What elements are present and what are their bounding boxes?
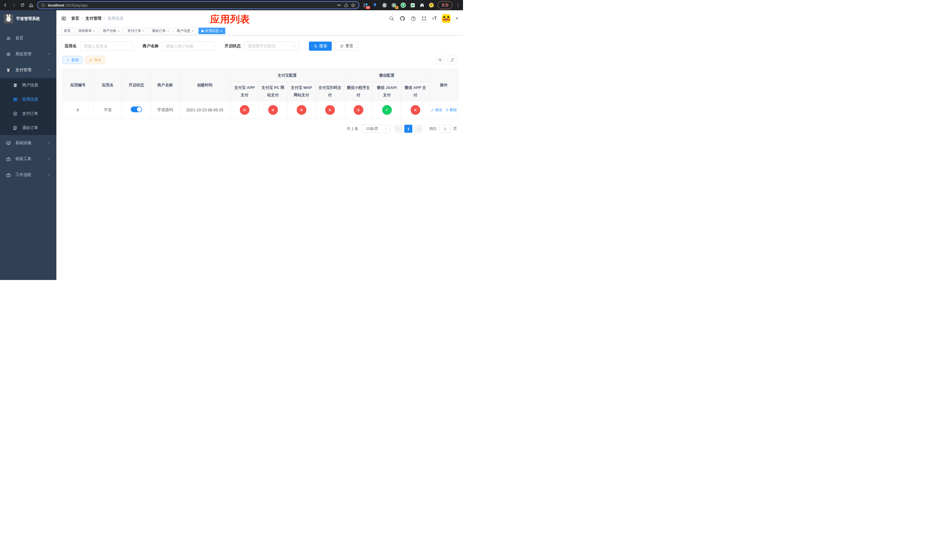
extension-diamond-icon[interactable]: 10 xyxy=(363,2,368,8)
page-content: 应用名 商户名称 开启状态 请选择开启状态 搜索 xyxy=(56,35,463,280)
col-header-created: 创建时间 xyxy=(179,69,230,101)
close-icon[interactable]: × xyxy=(192,29,194,33)
show-search-toggle-button[interactable] xyxy=(436,55,445,65)
document-icon xyxy=(12,125,18,130)
github-icon[interactable] xyxy=(399,16,405,21)
col-header-alipay-wap: 支付宝 WAP 网站支付 xyxy=(287,82,316,101)
prev-page-button[interactable]: ‹ xyxy=(394,125,402,133)
avatar-caret-icon[interactable] xyxy=(455,18,458,20)
goto-page-input[interactable] xyxy=(439,125,451,133)
current-page-button[interactable]: 1 xyxy=(404,125,412,133)
toolbox-icon xyxy=(6,156,11,162)
extension-yudao-icon[interactable] xyxy=(400,2,406,8)
col-header-actions: 操作 xyxy=(430,69,458,101)
reload-icon[interactable] xyxy=(20,3,25,8)
tag-merchant-info[interactable]: 商户信息× xyxy=(174,28,197,34)
user-avatar[interactable] xyxy=(442,14,451,23)
col-header-wechat-mini: 微信小程序支付 xyxy=(344,82,373,101)
page-size-select[interactable]: 10条/页 xyxy=(362,125,390,133)
delete-link[interactable]: 删除 xyxy=(445,107,457,112)
close-icon[interactable]: × xyxy=(142,29,145,33)
export-button-label: 导出 xyxy=(94,58,101,63)
tag-home[interactable]: 首页 xyxy=(61,28,73,34)
extension-camera-icon[interactable]: 1 xyxy=(391,2,396,8)
sidebar-logo[interactable]: 芋道管理系统 xyxy=(0,10,56,27)
help-icon[interactable] xyxy=(410,16,416,21)
chevron-down-icon xyxy=(47,52,51,56)
url-host: localhost xyxy=(48,3,64,8)
search-icon xyxy=(313,44,318,48)
sidebar-item-merchant-info[interactable]: 商户信息 xyxy=(0,78,56,92)
sidebar-item-system[interactable]: 系统管理 xyxy=(0,46,56,62)
url-text[interactable]: localhost:1024/pay/app xyxy=(48,3,88,8)
close-icon[interactable]: × xyxy=(93,29,95,33)
status-select[interactable]: 请选择开启状态 xyxy=(244,42,299,51)
tag-refund-order[interactable]: 退款订单× xyxy=(149,28,172,34)
tag-pay-order[interactable]: 支付订单× xyxy=(124,28,147,34)
app-name-input[interactable] xyxy=(80,42,133,51)
sidebar-collapse-icon[interactable] xyxy=(61,16,67,21)
pagination: 共 1 条 10条/页 ‹ 1 › 前往 页 xyxy=(62,125,457,133)
sidebar-item-pay[interactable]: ¥ 支付管理 xyxy=(0,62,56,78)
sidebar-item-workflow[interactable]: 工作流程 xyxy=(0,167,56,183)
close-icon[interactable]: × xyxy=(220,29,222,33)
address-bar[interactable]: localhost:1024/pay/app xyxy=(37,1,359,9)
breadcrumb-current: 应用信息 xyxy=(107,16,124,21)
page-annotation-title: 应用列表 xyxy=(210,13,250,26)
merchant-name-input[interactable] xyxy=(162,42,215,51)
app-shell: 芋道管理系统 首页 系统管理 xyxy=(0,10,463,280)
breadcrumb-home[interactable]: 首页 xyxy=(71,16,79,21)
back-icon[interactable] xyxy=(3,3,8,8)
sidebar-item-dev-tools[interactable]: 研发工具 xyxy=(0,151,56,167)
breadcrumb-pay[interactable]: 支付管理 xyxy=(85,16,101,21)
font-size-icon[interactable]: TT xyxy=(432,16,437,21)
bookmark-star-icon[interactable] xyxy=(351,3,356,8)
extension-command-icon[interactable] xyxy=(381,2,387,8)
search-button[interactable]: 搜索 xyxy=(309,42,332,51)
fullscreen-icon[interactable] xyxy=(421,16,427,21)
browser-update-button[interactable]: 更新 xyxy=(438,1,452,9)
extension-chat-icon[interactable] xyxy=(410,2,415,8)
extension-badge: 10 xyxy=(366,6,370,9)
extensions-puzzle-icon[interactable] xyxy=(419,2,425,8)
search-icon[interactable] xyxy=(389,16,394,21)
sidebar-item-infra[interactable]: 基础设施 xyxy=(0,135,56,151)
sidebar-item-app-info[interactable]: 应用信息 xyxy=(0,92,56,106)
profile-emoji-icon[interactable] xyxy=(428,2,434,8)
close-icon[interactable]: × xyxy=(118,29,120,33)
tag-label: 流程表单 xyxy=(78,29,92,33)
sidebar-item-refund-order[interactable]: 退款订单 xyxy=(0,121,56,135)
next-page-button[interactable]: › xyxy=(415,125,422,133)
yen-icon: ¥ xyxy=(6,68,11,73)
sidebar-menu: 首页 系统管理 ¥ 支付管理 xyxy=(0,30,56,280)
col-header-alipay-pc: 支付宝 PC 网站支付 xyxy=(259,82,287,101)
reset-button[interactable]: 重置 xyxy=(335,42,358,51)
home-icon[interactable] xyxy=(29,3,33,8)
browser-menu-icon[interactable]: ⋮ xyxy=(456,3,460,8)
password-key-icon[interactable] xyxy=(337,3,341,8)
share-icon[interactable] xyxy=(344,3,348,8)
col-header-app-id: 应用编号 xyxy=(63,69,94,101)
sidebar-item-pay-order[interactable]: 支付订单 xyxy=(0,106,56,121)
close-icon[interactable]: × xyxy=(167,29,169,33)
export-button[interactable]: 导出 xyxy=(85,56,105,64)
add-button[interactable]: ＋ 新增 xyxy=(62,56,82,64)
sidebar-item-home[interactable]: 首页 xyxy=(0,30,56,46)
refresh-table-button[interactable] xyxy=(448,55,457,65)
extension-balloon-icon[interactable] xyxy=(372,2,378,8)
wechat-app-status-icon xyxy=(411,105,420,115)
edit-link[interactable]: 修改 xyxy=(431,107,442,112)
tag-process-form[interactable]: 流程表单× xyxy=(75,28,98,34)
forward-icon[interactable] xyxy=(11,3,17,8)
total-count: 共 1 条 xyxy=(347,126,358,131)
goto-label: 前往 xyxy=(430,126,437,131)
col-header-status: 开启状态 xyxy=(122,69,151,101)
main-area: 首页 / 支付管理 / 应用信息 应用列表 xyxy=(56,10,463,280)
cell-app-id: 6 xyxy=(63,101,94,119)
tag-app-info-active[interactable]: 应用信息× xyxy=(198,28,225,34)
table-header: 应用编号 应用名 开启状态 商户名称 创建时间 支付宝配置 微信配置 操作 支付… xyxy=(63,69,458,101)
edit-link-label: 修改 xyxy=(435,107,442,112)
page-info-icon[interactable] xyxy=(41,3,45,8)
tag-user-group[interactable]: 用户分组× xyxy=(100,28,123,34)
status-toggle[interactable] xyxy=(131,106,142,112)
